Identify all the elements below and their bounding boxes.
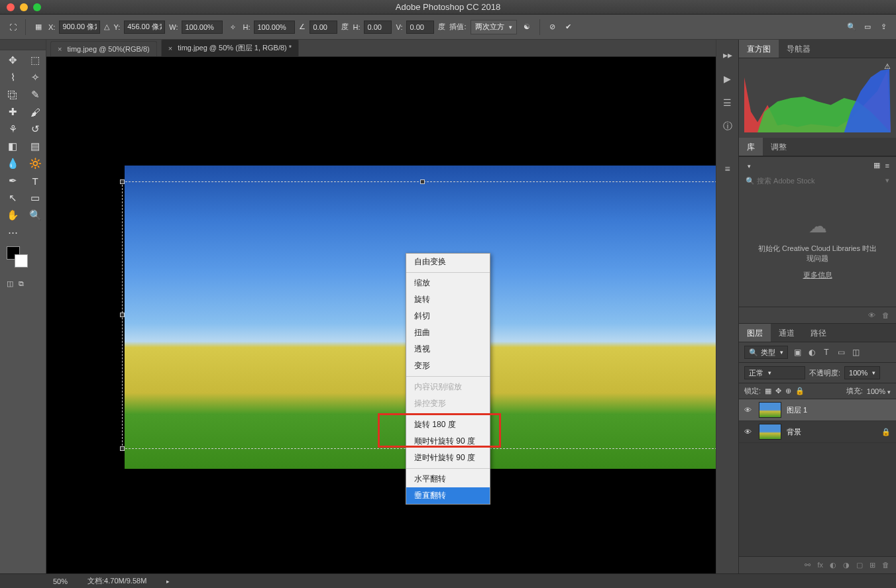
share-icon[interactable]: ⇪	[877, 21, 889, 33]
reference-point-icon[interactable]: ▦	[32, 21, 44, 33]
gradient-tool[interactable]: ▤	[25, 138, 46, 154]
crop-tool[interactable]: ⿻	[2, 87, 23, 103]
layer-filter-dropdown[interactable]: 🔍类型	[744, 346, 788, 359]
close-tab-icon[interactable]: ×	[168, 44, 172, 52]
eraser-tool[interactable]: ◧	[2, 138, 23, 154]
more-info-link[interactable]: 更多信息	[747, 270, 888, 280]
document-tab-1[interactable]: ×timg.jpeg @ 50%(RGB/8)	[50, 41, 157, 56]
menu-item-flip-vertical[interactable]: 垂直翻转	[406, 487, 490, 504]
dodge-tool[interactable]: 🔆	[25, 156, 46, 172]
type-tool[interactable]: T	[25, 173, 46, 189]
layer-row[interactable]: 👁 背景 🔒	[739, 421, 896, 443]
opacity-input[interactable]: 100%	[844, 366, 880, 379]
screen-mode-icon[interactable]: ⧉	[19, 279, 24, 288]
x-input[interactable]	[59, 21, 100, 34]
lasso-tool[interactable]: ⌇	[2, 70, 23, 85]
marquee-tool[interactable]: ⬚	[25, 52, 46, 68]
move-tool[interactable]: ✥	[2, 52, 23, 68]
tab-navigator[interactable]: 导航器	[779, 40, 818, 58]
zoom-level[interactable]: 50%	[53, 577, 68, 585]
search-icon[interactable]: 🔍	[846, 21, 858, 33]
skew-v-input[interactable]	[406, 21, 434, 34]
filter-adjust-icon[interactable]: ◐	[807, 347, 817, 358]
new-fill-icon[interactable]: ◑	[843, 561, 850, 569]
canvas-area[interactable]: 自由变换 缩放 旋转 斜切 扭曲 透视 变形 内容识别缩放 操控变形 旋转 18…	[46, 57, 716, 573]
angle-input[interactable]	[309, 21, 337, 34]
info-panel-icon[interactable]: ⓘ	[720, 119, 735, 134]
quick-mask-icon[interactable]: ◫	[7, 279, 13, 288]
library-dropdown[interactable]	[746, 162, 868, 170]
filter-shape-icon[interactable]: ▭	[836, 347, 846, 358]
blend-mode-dropdown[interactable]: 正常	[744, 366, 805, 379]
magic-wand-tool[interactable]: ✧	[25, 70, 46, 85]
menu-item-rotate-ccw[interactable]: 逆时针旋转 90 度	[406, 450, 490, 466]
histogram-warning-icon[interactable]: ⚠	[884, 62, 891, 71]
play-panel-icon[interactable]: ▶	[720, 72, 735, 86]
list-view-icon[interactable]: ≡	[885, 162, 889, 170]
history-panel-icon[interactable]: ≡	[720, 162, 735, 176]
menu-item-scale[interactable]: 缩放	[406, 275, 490, 291]
transform-handle[interactable]	[120, 179, 125, 184]
menu-item-distort[interactable]: 扭曲	[406, 324, 490, 341]
tab-layers[interactable]: 图层	[739, 324, 771, 342]
menu-item-warp[interactable]: 变形	[406, 358, 490, 374]
blur-tool[interactable]: 💧	[2, 156, 23, 172]
color-swatches[interactable]	[0, 242, 46, 275]
tab-paths[interactable]: 路径	[803, 324, 834, 342]
filter-pixel-icon[interactable]: ▣	[792, 347, 803, 358]
tab-adjustments[interactable]: 调整	[763, 138, 795, 156]
lib-visibility-icon[interactable]: 👁	[868, 311, 875, 319]
link-icon[interactable]: ⟡	[227, 21, 239, 33]
transform-handle[interactable]	[420, 179, 425, 184]
link-layers-icon[interactable]: ⚯	[805, 561, 811, 569]
brush-panel-icon[interactable]: ☰	[720, 95, 735, 110]
healing-tool[interactable]: ✚	[2, 104, 23, 120]
cancel-transform-icon[interactable]: ⊘	[547, 21, 559, 33]
pen-tool[interactable]: ✒	[2, 173, 23, 189]
transform-handle[interactable]	[120, 446, 125, 451]
lock-artboard-icon[interactable]: ⊕	[785, 387, 791, 395]
filter-type-icon[interactable]: T	[821, 347, 832, 358]
lock-all-icon[interactable]: 🔒	[795, 387, 805, 395]
hand-tool[interactable]: ✋	[2, 207, 23, 223]
transform-handle[interactable]	[120, 313, 125, 317]
stamp-tool[interactable]: ⚘	[2, 121, 23, 137]
new-group-icon[interactable]: ▢	[856, 561, 863, 569]
menu-item-perspective[interactable]: 透视	[406, 341, 490, 358]
library-search[interactable]: 🔍 搜索 Adobe Stock▾	[739, 173, 896, 189]
document-info[interactable]: 文档:4.70M/9.58M	[87, 576, 146, 586]
menu-item-skew[interactable]: 斜切	[406, 308, 490, 324]
tab-histogram[interactable]: 直方图	[739, 40, 779, 58]
layer-visibility-icon[interactable]: 👁	[744, 428, 754, 436]
filter-smart-icon[interactable]: ◫	[850, 347, 861, 358]
menu-item-flip-horizontal[interactable]: 水平翻转	[406, 471, 490, 487]
lock-pixels-icon[interactable]: ▦	[765, 387, 771, 395]
h-input[interactable]	[254, 21, 295, 34]
layer-visibility-icon[interactable]: 👁	[744, 406, 754, 414]
layer-thumbnail[interactable]	[759, 402, 781, 418]
interpolation-dropdown[interactable]: 两次立方	[471, 20, 517, 34]
layer-thumbnail[interactable]	[759, 424, 781, 440]
delete-layer-icon[interactable]: 🗑	[882, 561, 889, 569]
history-brush-tool[interactable]: ↺	[25, 121, 46, 137]
transform-tool-icon[interactable]: ⛶	[7, 21, 19, 33]
zoom-tool[interactable]: 🔍	[25, 207, 46, 223]
path-select-tool[interactable]: ↖	[2, 190, 23, 206]
warp-icon[interactable]: ☯	[521, 21, 533, 33]
brush-tool[interactable]: 🖌	[25, 104, 46, 120]
menu-item-rotate[interactable]: 旋转	[406, 291, 490, 308]
tab-channels[interactable]: 通道	[771, 324, 803, 342]
fill-input[interactable]: 100%	[867, 387, 891, 395]
lib-delete-icon[interactable]: 🗑	[882, 311, 889, 319]
background-swatch[interactable]	[15, 254, 28, 268]
eyedropper-tool[interactable]: ✎	[25, 87, 46, 103]
tab-library[interactable]: 库	[739, 138, 763, 156]
more-tool[interactable]: ⋯	[2, 224, 23, 240]
document-tab-2[interactable]: ×timg.jpeg @ 50% (图层 1, RGB/8) *	[161, 39, 299, 56]
layer-mask-icon[interactable]: ◐	[830, 561, 836, 569]
w-input[interactable]	[182, 21, 223, 34]
skew-h-input[interactable]	[364, 21, 392, 34]
grid-view-icon[interactable]: ▦	[873, 161, 880, 170]
shape-tool[interactable]: ▭	[25, 190, 46, 206]
color-panel-icon[interactable]: ▸▸	[720, 48, 735, 62]
